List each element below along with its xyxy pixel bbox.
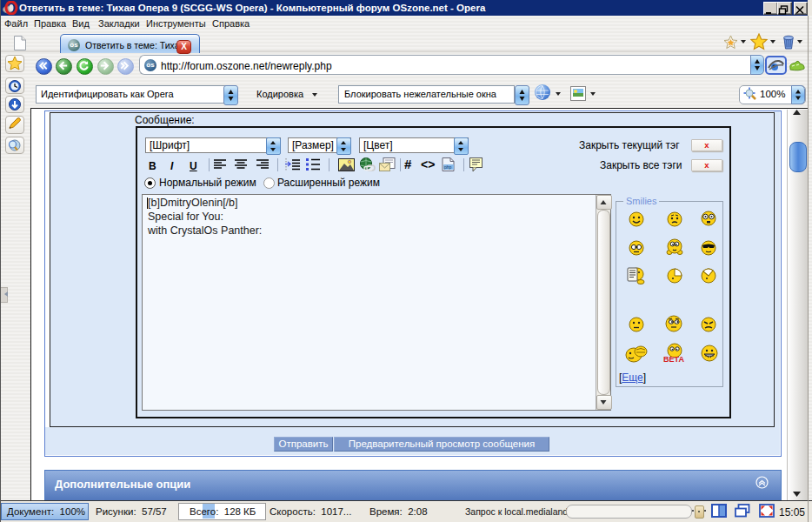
svg-text:php: php [444, 164, 452, 170]
svg-text:ВЕТА: ВЕТА [663, 355, 684, 364]
